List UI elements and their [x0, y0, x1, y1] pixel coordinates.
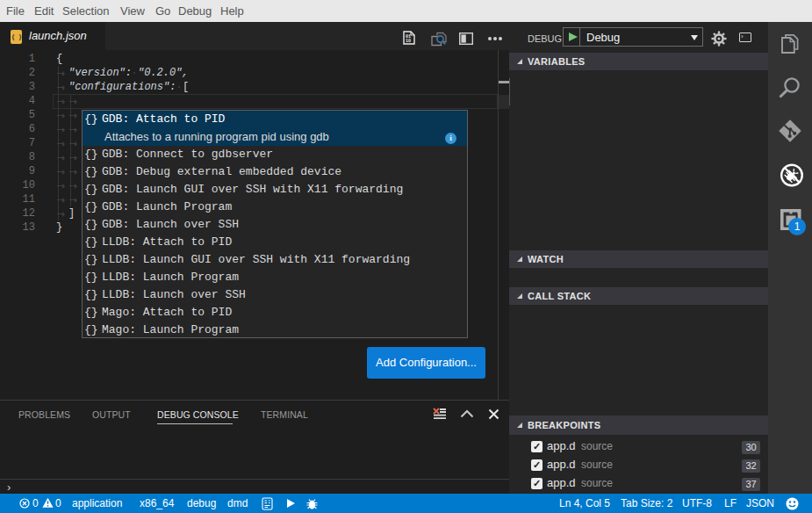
svg-text:10: 10	[406, 39, 411, 44]
svg-text:1: 1	[794, 220, 801, 233]
